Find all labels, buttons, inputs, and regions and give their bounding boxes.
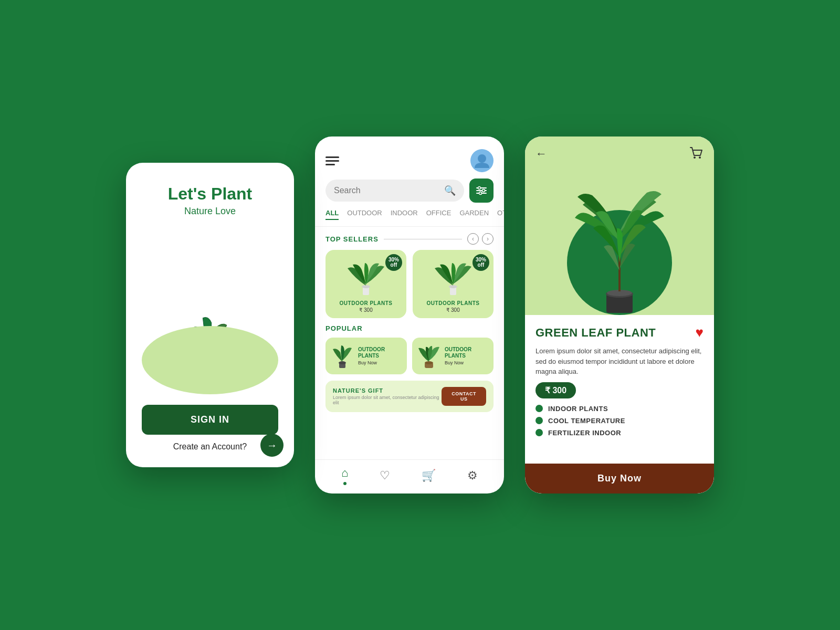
tall-palm-svg: [567, 152, 672, 315]
tab-all[interactable]: ALL: [326, 209, 339, 220]
discount-badge-1: 30%off: [385, 254, 402, 271]
menu-icon[interactable]: [326, 156, 339, 165]
feature-item-2: COOL TEMPERATURE: [536, 417, 704, 425]
plant-card-1[interactable]: 30%off OUTDOOR PLANTS: [326, 250, 406, 318]
popular-buy-1[interactable]: Buy Now: [358, 360, 385, 365]
shop-header: [315, 136, 504, 178]
svg-point-19: [699, 156, 701, 159]
price-tag: ₹ 300: [536, 382, 576, 398]
plant-detail-hero: ←: [525, 136, 714, 315]
plant-features-list: INDOOR PLANTS COOL TEMPERATURE FERTILIZE…: [536, 405, 704, 437]
natures-gift-text: NATURE'S GIFT Lorem ipsum dolor sit amet…: [333, 387, 442, 405]
tab-indoor[interactable]: INDOOR: [391, 209, 418, 220]
tab-others[interactable]: OTHERS: [497, 209, 504, 220]
shop-content: TOP SELLERS ‹ › 30%off: [315, 227, 504, 459]
arrow-right-icon: →: [267, 439, 277, 452]
create-account-link[interactable]: Create an Account?: [173, 442, 247, 452]
plant-name-label: GREEN LEAF PLANT: [536, 326, 656, 340]
popular-name-1: OUTDOORPLANTS: [358, 346, 385, 359]
popular-card-1[interactable]: OUTDOORPLANTS Buy Now: [326, 338, 407, 374]
nav-home[interactable]: ⌂: [341, 466, 348, 485]
search-input[interactable]: [334, 186, 440, 195]
nav-active-dot: [343, 482, 346, 485]
popular-card-info-1: OUTDOORPLANTS Buy Now: [358, 346, 385, 365]
discount-badge-2: 30%off: [472, 254, 489, 271]
filter-button[interactable]: [469, 178, 494, 203]
cart-nav-icon: 🛒: [422, 469, 436, 482]
tab-outdoor[interactable]: OUTDOOR: [347, 209, 382, 220]
next-arrow[interactable]: ›: [482, 233, 494, 245]
screen-shop: 🔍 ALL OUTDOOR INDOOR OFFICE GARDEN OTHER…: [315, 136, 504, 494]
plant-description: Lorem ipsum dolor sit amet, consectetur …: [536, 346, 704, 377]
svg-point-15: [339, 361, 346, 364]
welcome-title: Let's Plant: [168, 184, 253, 204]
plant-card-name-2: OUTDOOR PLANTS: [427, 300, 480, 306]
svg-point-8: [482, 190, 485, 192]
top-sellers-grid: 30%off OUTDOOR PLANTS: [326, 250, 494, 318]
nav-favorites[interactable]: ♡: [380, 469, 390, 482]
svg-point-11: [362, 285, 370, 288]
back-button[interactable]: ←: [536, 147, 547, 161]
svg-point-18: [694, 156, 696, 159]
feature-label-3: FERTILIZER INDOOR: [548, 429, 621, 437]
svg-point-3: [478, 154, 486, 163]
signin-button[interactable]: SIGN IN: [142, 405, 278, 435]
top-sellers-label: TOP SELLERS: [326, 235, 379, 243]
cart-icon: [689, 146, 704, 161]
cart-icon-detail[interactable]: [689, 146, 704, 164]
tab-garden[interactable]: GARDEN: [459, 209, 489, 220]
svg-point-7: [478, 187, 481, 190]
popular-section: POPULAR: [326, 324, 494, 374]
small-plant-1-icon: [331, 343, 354, 369]
svg-point-13: [449, 285, 457, 288]
contact-us-button[interactable]: CONTACT US: [442, 387, 486, 406]
popular-buy-2[interactable]: Buy Now: [445, 360, 471, 365]
detail-header-row: GREEN LEAF PLANT ♥: [536, 324, 704, 341]
feature-dot-1: [536, 405, 543, 412]
palm-plant-1-icon: [345, 260, 387, 297]
buy-now-button[interactable]: Buy Now: [525, 464, 714, 494]
popular-plant-img-2: [417, 343, 440, 369]
avatar[interactable]: [470, 149, 494, 172]
search-icon: 🔍: [444, 185, 456, 196]
ground-circle: [142, 326, 278, 394]
filter-icon: [476, 185, 487, 196]
top-sellers-header: TOP SELLERS ‹ ›: [326, 233, 494, 245]
plant-card-img-1: [342, 255, 390, 297]
feature-dot-2: [536, 417, 543, 424]
popular-header: POPULAR: [326, 324, 494, 332]
search-bar[interactable]: 🔍: [326, 180, 464, 202]
plant-card-2[interactable]: 30%off OUTDOOR PLANTS: [413, 250, 494, 318]
feature-item-1: INDOOR PLANTS: [536, 405, 704, 413]
nav-cart[interactable]: 🛒: [422, 469, 436, 482]
plant-card-price-1: ₹ 300: [359, 307, 372, 313]
palm-plant-2-icon: [432, 260, 474, 297]
popular-name-2: OUTDOORPLANTS: [445, 346, 471, 359]
natures-gift-desc: Lorem ipsum dolor sit amet, consectetur …: [333, 395, 442, 405]
feature-dot-3: [536, 429, 543, 436]
section-divider: [384, 239, 462, 239]
nav-settings[interactable]: ⚙: [467, 469, 478, 482]
prev-arrow[interactable]: ‹: [467, 233, 479, 245]
settings-icon: ⚙: [467, 469, 478, 482]
plant-card-img-2: [429, 255, 477, 297]
welcome-subtitle: Nature Love: [184, 206, 236, 217]
svg-point-9: [479, 192, 482, 195]
next-arrow-button[interactable]: →: [260, 434, 284, 457]
natures-gift-banner: NATURE'S GIFT Lorem ipsum dolor sit amet…: [326, 381, 494, 412]
favorite-icon[interactable]: ♥: [696, 324, 704, 341]
search-row: 🔍: [315, 178, 504, 209]
plant-card-name-1: OUTDOOR PLANTS: [340, 300, 393, 306]
popular-card-2[interactable]: OUTDOORPLANTS Buy Now: [412, 338, 494, 374]
popular-card-info-2: OUTDOORPLANTS Buy Now: [445, 346, 471, 365]
feature-label-2: COOL TEMPERATURE: [548, 417, 625, 425]
popular-grid: OUTDOORPLANTS Buy Now: [326, 338, 494, 374]
small-plant-2-icon: [417, 343, 440, 369]
tab-office[interactable]: OFFICE: [426, 209, 452, 220]
home-icon: ⌂: [341, 466, 348, 480]
natures-gift-title: NATURE'S GIFT: [333, 387, 442, 394]
svg-point-17: [425, 361, 433, 364]
bottom-navigation: ⌂ ♡ 🛒 ⚙: [315, 459, 504, 494]
screen-detail: ←: [525, 136, 714, 494]
category-tabs: ALL OUTDOOR INDOOR OFFICE GARDEN OTHERS: [315, 209, 504, 227]
